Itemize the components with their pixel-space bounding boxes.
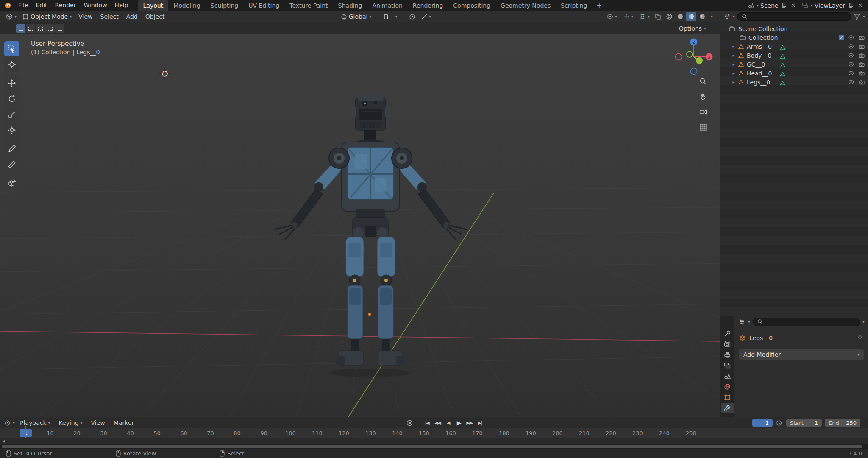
new-view-layer-icon[interactable]	[847, 2, 854, 9]
blender-logo-icon[interactable]	[0, 2, 14, 8]
menu-item[interactable]: File	[14, 0, 32, 11]
tab-world[interactable]	[721, 382, 734, 392]
hide-in-viewport-icon[interactable]	[847, 70, 855, 77]
hide-in-viewport-icon[interactable]	[847, 43, 855, 50]
unlink-scene-icon[interactable]	[790, 2, 797, 9]
panel-toggle-arrow-icon[interactable]: ◂	[2, 438, 5, 444]
hide-in-viewport-icon[interactable]	[847, 52, 855, 59]
show-gizmo-dropdown[interactable]: ▾	[620, 11, 636, 22]
prev-keyframe-button[interactable]: ◀◀	[433, 419, 442, 427]
tool-rotate-button[interactable]	[4, 91, 19, 106]
viewport-3d[interactable]: User Perspective (1) Collection | Legs__…	[0, 34, 720, 417]
outliner-row-object[interactable]: ▸ GC__0	[720, 60, 868, 69]
tool-transform-button[interactable]	[4, 123, 19, 138]
timeline-editor-icon[interactable]	[3, 419, 11, 427]
shading-options-dropdown[interactable]: ▾	[708, 11, 715, 22]
tool-select-box-button[interactable]	[4, 41, 19, 56]
tool-move-button[interactable]	[4, 75, 19, 91]
timeline-dropdown-menu[interactable]: Keying ▾	[56, 419, 86, 426]
pan-button[interactable]	[698, 92, 708, 101]
outliner-search-input[interactable]	[750, 14, 848, 20]
disable-in-render-icon[interactable]	[858, 52, 865, 59]
options-dropdown[interactable]: Options ▾	[679, 25, 715, 32]
workspace-tab[interactable]: Texture Paint	[284, 0, 333, 11]
view-layer-selector[interactable]: ▾ ViewLayer	[801, 2, 864, 9]
workspace-tab[interactable]: Rendering	[408, 0, 448, 11]
select-mode-new-button[interactable]	[16, 24, 25, 33]
workspace-tab[interactable]: Sculpting	[206, 0, 243, 11]
outliner-row-object[interactable]: ▸ Body__0	[720, 51, 868, 60]
filter-icon[interactable]	[853, 13, 861, 20]
outliner-row-collection[interactable]: Collection ✓	[720, 33, 868, 42]
mode-dropdown[interactable]: Object Mode ▾	[20, 11, 74, 22]
hide-in-viewport-icon[interactable]	[847, 61, 855, 68]
tab-output[interactable]	[721, 350, 734, 360]
timeline-track[interactable]	[0, 438, 868, 444]
workspace-tab[interactable]: Shading	[333, 0, 367, 11]
preview-range-icon[interactable]	[776, 419, 783, 427]
current-frame-field[interactable]: 1	[752, 419, 773, 427]
disclosure-icon[interactable]: ▸	[730, 53, 737, 58]
disable-in-render-icon[interactable]	[858, 61, 865, 68]
snap-target-dropdown[interactable]: ▾	[392, 11, 400, 22]
disclosure-icon[interactable]: ▸	[730, 71, 737, 75]
outliner-row-object[interactable]: ▸ Legs__0	[720, 78, 868, 87]
workspace-tab[interactable]: UV Editing	[243, 0, 284, 11]
zoom-button[interactable]	[698, 77, 708, 86]
workspace-tab[interactable]: Scripting	[556, 0, 592, 11]
snap-toggle-button[interactable]	[380, 11, 392, 22]
tool-annotate-button[interactable]	[4, 141, 19, 156]
shading-rendered-button[interactable]	[697, 12, 707, 21]
scene-selector[interactable]: ▾ Scene	[747, 2, 797, 9]
outliner-display-mode-button[interactable]	[723, 13, 731, 20]
menu-item[interactable]: Window	[80, 0, 111, 11]
show-overlays-dropdown[interactable]: ▾	[637, 11, 652, 22]
disable-in-render-icon[interactable]	[858, 70, 865, 77]
tool-add-cube-button[interactable]	[4, 176, 19, 191]
end-frame-field[interactable]: End 250	[825, 419, 860, 427]
new-scene-icon[interactable]	[780, 2, 788, 9]
tab-render[interactable]	[721, 339, 734, 349]
tab-tool[interactable]	[721, 329, 734, 339]
select-mode-subtract-button[interactable]	[36, 24, 45, 33]
tab-view-layer[interactable]	[721, 360, 734, 371]
disclosure-icon[interactable]: ▸	[730, 80, 737, 84]
disclosure-icon[interactable]: ▸	[730, 62, 737, 67]
disable-in-render-icon[interactable]	[858, 43, 865, 50]
editor-type-button[interactable]: ▾	[3, 11, 19, 22]
disable-in-render-icon[interactable]	[858, 34, 865, 42]
tab-scene[interactable]	[721, 371, 734, 381]
add-workspace-button[interactable]: +	[592, 0, 606, 11]
viewport-menu-item[interactable]: Object	[142, 13, 168, 20]
timeline-dropdown-menu[interactable]: Playback ▾	[17, 419, 54, 426]
tab-modifiers[interactable]	[721, 403, 734, 413]
shading-wireframe-button[interactable]	[664, 12, 674, 21]
viewport-menu-item[interactable]: Add	[123, 13, 141, 20]
pin-icon[interactable]	[856, 334, 864, 342]
menu-item[interactable]: Edit	[32, 0, 51, 11]
remove-view-layer-icon[interactable]	[856, 2, 864, 9]
workspace-tab[interactable]: Modeling	[168, 0, 206, 11]
toggle-perspective-button[interactable]	[698, 123, 708, 132]
properties-search-input[interactable]	[766, 318, 857, 325]
viewport-menu-item[interactable]: View	[75, 13, 96, 20]
add-modifier-button[interactable]: Add Modifier ▾	[739, 349, 864, 360]
tool-scale-button[interactable]	[4, 107, 19, 122]
viewport-menu-item[interactable]: Select	[97, 13, 122, 20]
timeline-menu-item[interactable]: View	[88, 419, 108, 426]
jump-to-start-button[interactable]: |◀	[422, 419, 432, 427]
toggle-xray-button[interactable]	[653, 12, 663, 21]
tab-object[interactable]	[721, 392, 734, 402]
disable-in-render-icon[interactable]	[858, 78, 865, 86]
select-mode-invert-button[interactable]	[45, 24, 55, 33]
menu-item[interactable]: Help	[111, 0, 132, 11]
auto-keying-button[interactable]	[405, 419, 415, 427]
select-mode-extend-button[interactable]	[26, 24, 35, 33]
play-reverse-button[interactable]: ◀	[443, 419, 453, 427]
workspace-tab[interactable]: Geometry Nodes	[495, 0, 556, 11]
shading-solid-button[interactable]	[675, 12, 685, 21]
workspace-tab[interactable]: Animation	[367, 0, 407, 11]
viewport-canvas[interactable]	[0, 34, 720, 417]
timeline-scrollbar-thumb[interactable]	[2, 445, 862, 448]
timeline-menu-item[interactable]: Marker	[110, 419, 137, 426]
